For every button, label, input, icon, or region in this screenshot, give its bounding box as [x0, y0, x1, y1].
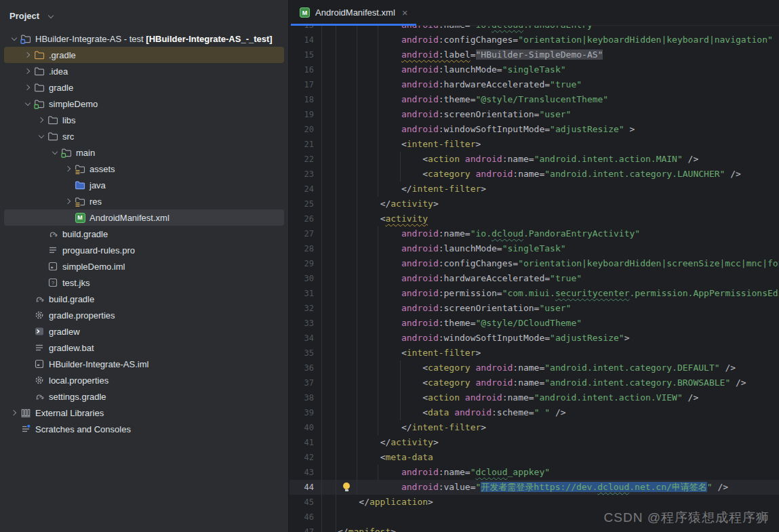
code-text: <action android:name="android.intent.act…	[319, 152, 698, 167]
tree-item-label: simpleDemo.iml	[62, 262, 125, 272]
line-number: 27	[289, 226, 319, 241]
tree-item-gradle-properties[interactable]: gradle.properties	[4, 307, 284, 323]
code-line-25[interactable]: 25 </activity>	[289, 197, 779, 211]
tree-item-assets[interactable]: assets	[4, 161, 284, 177]
tree-item-gradlew-bat[interactable]: gradlew.bat	[4, 340, 284, 356]
code-line-22[interactable]: 22 <action android:name="android.intent.…	[289, 152, 779, 167]
svg-text:?: ?	[52, 280, 55, 286]
code-text: </activity>	[319, 197, 439, 211]
tree-item-label: simpleDemo	[49, 99, 98, 109]
chevron-right-icon[interactable]	[62, 199, 75, 203]
chevron-right-icon[interactable]	[62, 167, 75, 171]
project-panel: Project HBuilder-Integrate-AS - test [HB…	[0, 0, 289, 532]
code-line-23[interactable]: 23 <category android:name="android.inten…	[289, 167, 779, 182]
tree-item-idea[interactable]: .idea	[4, 63, 284, 79]
line-number: 41	[289, 435, 319, 450]
tree-item-simpledemo[interactable]: simpleDemo	[4, 96, 284, 112]
tree-item-external-libraries[interactable]: External Libraries	[4, 405, 284, 421]
code-line-33[interactable]: 33 android:theme="@style/DCloudTheme"	[289, 316, 779, 331]
code-line-35[interactable]: 35 <intent-filter>	[289, 346, 779, 361]
watermark: CSDN @程序猿想成程序狮	[604, 509, 770, 527]
tree-item-hbuilder-integrate-as-test[interactable]: HBuilder-Integrate-AS - test [HBuilder-I…	[4, 30, 284, 47]
tree-item-settings-gradle[interactable]: settings.gradle	[4, 388, 284, 405]
project-tree: HBuilder-Integrate-AS - test [HBuilder-I…	[0, 30, 288, 437]
code-text: android:theme="@style/DCloudTheme"	[319, 316, 582, 331]
manifest-file-icon: M	[300, 7, 310, 18]
excluded-folder-icon	[34, 49, 45, 60]
tree-item-label: java	[89, 180, 106, 190]
code-line-37[interactable]: 37 <category android:name="android.inten…	[289, 375, 779, 390]
code-text: android:hardwareAccelerated="true"	[319, 271, 582, 286]
code-line-26[interactable]: 26 <activity	[289, 211, 779, 226]
tree-item-label: assets	[89, 164, 115, 174]
code-line-14[interactable]: 14 android:configChanges="orientation|ke…	[289, 33, 779, 47]
tree-item-local-properties[interactable]: local.properties	[4, 372, 284, 388]
close-icon[interactable]: ×	[402, 7, 408, 18]
tree-item-label: .gradle	[49, 50, 76, 60]
code-line-21[interactable]: 21 <intent-filter>	[289, 137, 779, 152]
code-text: android:windowSoftInputMode="adjustResiz…	[319, 331, 630, 346]
chevron-right-icon[interactable]	[35, 118, 47, 122]
code-line-44[interactable]: 44 android:value="开发者需登录https://dev.dclo…	[289, 480, 779, 495]
tree-item-simpledemo-iml[interactable]: simpleDemo.iml	[4, 258, 284, 274]
tree-item-libs[interactable]: libs	[4, 112, 284, 128]
chevron-right-icon[interactable]	[22, 53, 34, 57]
code-line-32[interactable]: 32 android:screenOrientation="user"	[289, 301, 779, 316]
tree-item-src[interactable]: src	[4, 128, 284, 144]
tree-item-build-gradle[interactable]: build.gradle	[4, 291, 284, 307]
tree-item-androidmanifest-xml[interactable]: MAndroidManifest.xml	[4, 209, 284, 226]
project-panel-header[interactable]: Project	[0, 0, 288, 30]
code-line-39[interactable]: 39 <data android:scheme=" " />	[289, 405, 779, 420]
chevron-down-icon[interactable]	[49, 151, 61, 154]
tree-item-proguard-rules-pro[interactable]: proguard-rules.pro	[4, 242, 284, 258]
code-text: android:windowSoftInputMode="adjustResiz…	[319, 122, 635, 137]
code-line-38[interactable]: 38 <action android:name="android.intent.…	[289, 390, 779, 405]
tree-item-gradle[interactable]: gradle	[4, 79, 284, 96]
tree-item-hbuilder-integrate-as-iml[interactable]: HBuilder-Integrate-AS.iml	[4, 356, 284, 372]
tree-item-gradlew[interactable]: gradlew	[4, 323, 284, 340]
tree-item-main[interactable]: main	[4, 144, 284, 161]
code-line-34[interactable]: 34 android:windowSoftInputMode="adjustRe…	[289, 331, 779, 346]
code-line-31[interactable]: 31 android:permission="com.miui.security…	[289, 286, 779, 301]
tree-item-res[interactable]: res	[4, 193, 284, 209]
code-line-40[interactable]: 40 </intent-filter>	[289, 420, 779, 435]
chevron-right-icon[interactable]	[22, 69, 34, 73]
code-line-18[interactable]: 18 android:theme="@style/TranslucentThem…	[289, 92, 779, 107]
code-text: android:value="开发者需登录https://dev.dcloud.…	[319, 480, 728, 495]
code-line-45[interactable]: 45 </application>	[289, 495, 779, 510]
tree-item-test-jks[interactable]: ?test.jks	[4, 274, 284, 291]
tree-item-gradle[interactable]: .gradle	[4, 47, 284, 63]
code-line-43[interactable]: 43 android:name="dcloud_appkey"	[289, 465, 779, 480]
tree-item-build-gradle[interactable]: build.gradle	[4, 226, 284, 242]
code-line-16[interactable]: 16 android:launchMode="singleTask"	[289, 62, 779, 77]
code-line-42[interactable]: 42 <meta-data	[289, 450, 779, 465]
code-editor[interactable]: 13 android:name="io.dcloud.PandoraEntry"…	[289, 26, 779, 532]
code-line-20[interactable]: 20 android:windowSoftInputMode="adjustRe…	[289, 122, 779, 137]
tree-item-label: gradlew	[49, 327, 80, 337]
code-line-41[interactable]: 41 </activity>	[289, 435, 779, 450]
tree-item-scratches-and-consoles[interactable]: Scratches and Consoles	[4, 421, 284, 437]
code-text: android:permission="com.miui.securitycen…	[319, 286, 779, 301]
code-line-13[interactable]: 13 android:name="io.dcloud.PandoraEntry"	[289, 26, 779, 33]
tab-androidmanifest[interactable]: M AndroidManifest.xml ×	[291, 0, 416, 25]
code-line-24[interactable]: 24 </intent-filter>	[289, 182, 779, 197]
chevron-down-icon[interactable]	[8, 37, 20, 40]
chevron-down-icon[interactable]	[22, 102, 34, 105]
chevron-right-icon[interactable]	[8, 411, 20, 415]
line-number: 17	[289, 77, 319, 92]
tree-item-java[interactable]: java	[4, 177, 284, 193]
code-line-27[interactable]: 27 android:name="io.dcloud.PandoraEntryA…	[289, 226, 779, 241]
code-line-30[interactable]: 30 android:hardwareAccelerated="true"	[289, 271, 779, 286]
intention-bulb-icon[interactable]	[342, 483, 351, 491]
chevron-down-icon[interactable]	[35, 135, 47, 138]
code-line-29[interactable]: 29 android:configChanges="orientation|ke…	[289, 256, 779, 271]
code-line-15[interactable]: 15 android:label="HBuilder-SimpleDemo-AS…	[289, 47, 779, 62]
code-line-28[interactable]: 28 android:launchMode="singleTask"	[289, 241, 779, 256]
code-line-19[interactable]: 19 android:screenOrientation="user"	[289, 107, 779, 122]
module-folder-icon	[34, 98, 45, 109]
code-text: </intent-filter>	[319, 420, 486, 435]
code-line-17[interactable]: 17 android:hardwareAccelerated="true"	[289, 77, 779, 92]
chevron-right-icon[interactable]	[22, 85, 34, 89]
code-line-36[interactable]: 36 <category android:name="android.inten…	[289, 361, 779, 375]
code-text: <intent-filter>	[319, 346, 481, 361]
